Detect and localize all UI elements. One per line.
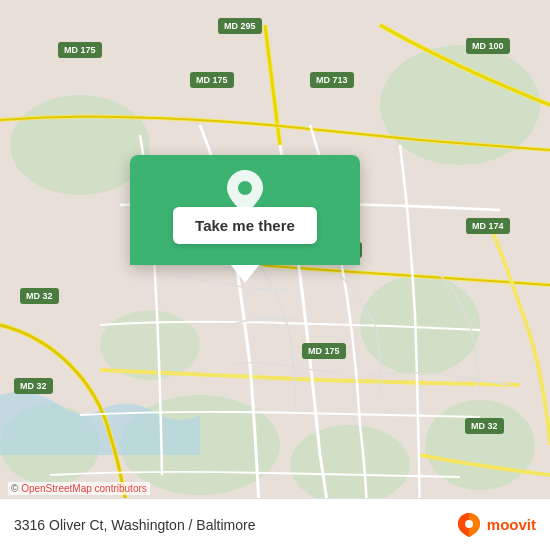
svg-point-6 — [290, 425, 410, 505]
road-label-md295: MD 295 — [218, 18, 262, 34]
road-label-md713: MD 713 — [310, 72, 354, 88]
map-container: MD 295 MD 175 MD 175 MD 713 MD 100 MD 17… — [0, 0, 550, 550]
bottom-bar: 3316 Oliver Ct, Washington / Baltimore m… — [0, 498, 550, 550]
attribution-text: © OpenStreetMap contributors — [11, 483, 147, 494]
address-label: 3316 Oliver Ct, Washington / Baltimore — [14, 517, 255, 533]
moovit-label: moovit — [487, 516, 536, 533]
road-label-md175-tc: MD 175 — [190, 72, 234, 88]
road-label-md174: MD 174 — [466, 218, 510, 234]
road-label-md100: MD 100 — [466, 38, 510, 54]
road-label-md32-bl: MD 32 — [14, 378, 53, 394]
moovit-logo: moovit — [455, 511, 536, 539]
road-label-md32-br: MD 32 — [465, 418, 504, 434]
road-label-md175-tl: MD 175 — [58, 42, 102, 58]
svg-point-0 — [10, 95, 150, 195]
road-label-md175-bc: MD 175 — [302, 343, 346, 359]
moovit-icon — [455, 511, 483, 539]
location-pin-icon — [227, 170, 263, 218]
svg-point-10 — [238, 181, 252, 195]
map-svg — [0, 0, 550, 550]
svg-point-12 — [465, 520, 473, 528]
popup-green-area: Take me there — [130, 155, 360, 265]
popup-card: Take me there — [130, 155, 360, 265]
popup-tail — [231, 265, 259, 283]
osm-link[interactable]: OpenStreetMap contributors — [21, 483, 147, 494]
road-label-md32-l: MD 32 — [20, 288, 59, 304]
map-attribution: © OpenStreetMap contributors — [8, 482, 150, 495]
